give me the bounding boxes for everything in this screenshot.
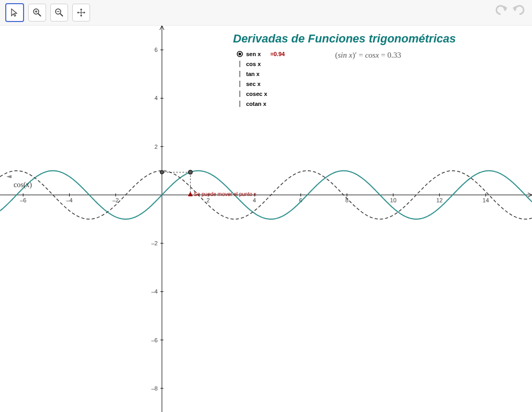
option-tan[interactable]: tan x	[237, 69, 285, 79]
svg-text:2: 2	[207, 197, 210, 203]
option-cosec[interactable]: cosec x	[237, 89, 285, 99]
svg-text:10: 10	[390, 197, 396, 203]
svg-text:–6: –6	[151, 337, 158, 343]
tick-icon	[237, 99, 243, 109]
cos-axis-label: cos(x)	[14, 181, 32, 189]
svg-text:–8: –8	[151, 385, 158, 392]
toolbar	[0, 0, 532, 26]
zoom-out-tool[interactable]	[50, 4, 68, 21]
page-title: Derivadas de Funciones trigonométricas	[233, 32, 456, 46]
option-label: sec x	[246, 80, 261, 88]
tick-icon	[237, 69, 243, 79]
tick-icon	[237, 59, 243, 69]
svg-text:14: 14	[483, 197, 489, 203]
redo-button[interactable]	[511, 2, 527, 18]
radio-selected-icon	[237, 49, 243, 59]
svg-line-1	[38, 14, 41, 16]
svg-text:2: 2	[154, 144, 158, 150]
tick-icon	[237, 79, 243, 89]
option-sec[interactable]: sec x	[237, 79, 285, 89]
option-label: cotan x	[246, 100, 267, 108]
graphics-view[interactable]: –6–4–22468101214–8–6–4–2246 Derivadas de…	[0, 26, 532, 412]
svg-text:12: 12	[436, 197, 442, 203]
zoom-in-tool[interactable]	[28, 4, 46, 21]
undo-button[interactable]	[493, 2, 509, 18]
svg-point-50	[238, 52, 241, 55]
option-label: sen x	[246, 50, 261, 58]
option-cotan[interactable]: cotan x	[237, 99, 285, 109]
derivative-formula: (sin x)′ = cosx = 0.33	[335, 51, 401, 60]
svg-text:6: 6	[154, 47, 158, 53]
option-sen[interactable]: sen x =0.94	[237, 49, 285, 59]
function-selector: sen x =0.94 cos x tan x sec x cosec x co…	[237, 49, 285, 109]
svg-line-5	[60, 14, 63, 16]
svg-text:–2: –2	[151, 240, 158, 246]
cos-value: 0.33	[387, 51, 401, 59]
svg-text:–6: –6	[20, 197, 26, 203]
option-cos[interactable]: cos x	[237, 59, 285, 69]
tick-icon	[237, 89, 243, 99]
option-label: cosec x	[246, 90, 267, 98]
svg-text:4: 4	[253, 197, 256, 203]
svg-text:–4: –4	[66, 197, 72, 203]
option-value: =0.94	[270, 50, 285, 58]
move-tool[interactable]	[72, 4, 90, 21]
svg-text:4: 4	[154, 95, 158, 101]
undo-redo-group	[493, 2, 527, 18]
option-label: cos x	[246, 60, 261, 68]
svg-point-48	[160, 170, 164, 174]
svg-point-47	[189, 170, 193, 175]
option-label: tan x	[246, 70, 260, 78]
pointer-tool[interactable]	[5, 3, 24, 22]
drag-hint: Se puede mover el punto x	[194, 191, 257, 197]
svg-text:–4: –4	[151, 288, 158, 295]
